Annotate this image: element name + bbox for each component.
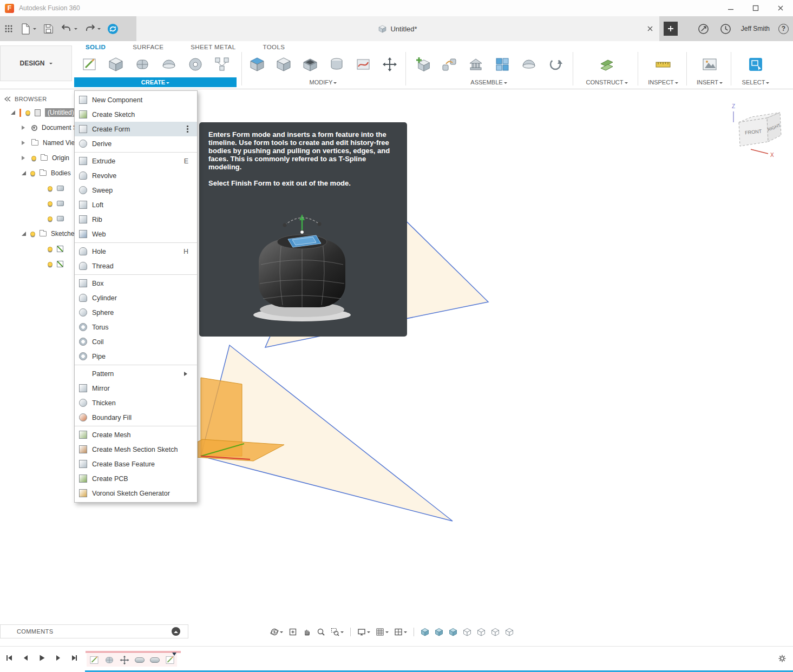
timeline-marker[interactable] xyxy=(172,653,176,658)
visibility-bulb-icon[interactable] xyxy=(30,171,35,176)
close-button[interactable] xyxy=(768,0,793,16)
collapse-arrow-icon[interactable] xyxy=(11,110,15,115)
save-button[interactable] xyxy=(41,20,55,37)
menu-item-create-mesh[interactable]: Create Mesh xyxy=(75,427,197,442)
create-form-button[interactable] xyxy=(132,54,153,75)
extensions-button[interactable] xyxy=(697,20,710,37)
expand-arrow-icon[interactable] xyxy=(22,126,27,130)
timeline-feature-body[interactable] xyxy=(149,655,160,666)
menu-item-coil[interactable]: Coil xyxy=(75,334,197,349)
file-menu-button[interactable] xyxy=(18,20,37,37)
tab-tools[interactable]: TOOLS xyxy=(253,42,294,52)
expand-arrow-icon[interactable] xyxy=(22,156,27,160)
combine-button[interactable] xyxy=(326,54,348,75)
menu-item-revolve[interactable]: Revolve xyxy=(75,168,197,183)
construct-group-label[interactable]: CONSTRUCT xyxy=(575,77,638,87)
step-forward-button[interactable] xyxy=(52,652,64,664)
menu-item-create-mesh-section-sketch[interactable]: Create Mesh Section Sketch xyxy=(75,442,197,457)
select-group-label[interactable]: SELECT xyxy=(732,77,779,87)
timeline-feature-form[interactable] xyxy=(103,655,115,666)
visibility-bulb-icon[interactable] xyxy=(48,262,53,267)
visibility-cube-7[interactable] xyxy=(504,626,515,638)
menu-item-rib[interactable]: Rib xyxy=(75,212,197,227)
menu-item-derive[interactable]: Derive xyxy=(75,136,197,151)
more-options-icon[interactable] xyxy=(187,128,188,130)
undo-button[interactable] xyxy=(59,20,78,37)
orbit-button[interactable] xyxy=(269,626,284,638)
viewports-button[interactable] xyxy=(393,626,408,638)
menu-item-pattern[interactable]: Pattern xyxy=(75,366,197,381)
play-button[interactable] xyxy=(36,652,48,664)
assemble-group-label[interactable]: ASSEMBLE xyxy=(409,77,569,87)
menu-item-create-base-feature[interactable]: Create Base Feature xyxy=(75,457,197,471)
view-cube[interactable]: FRONT RIGHT Z X xyxy=(723,96,788,162)
timeline-feature-move[interactable] xyxy=(119,655,130,666)
zoom-button[interactable] xyxy=(316,626,326,638)
visibility-cube-5[interactable] xyxy=(476,626,487,638)
tab-sheet-metal[interactable]: SHEET METAL xyxy=(181,42,245,52)
app-grid-menu-button[interactable] xyxy=(3,20,14,37)
timeline-track[interactable] xyxy=(86,651,181,667)
user-name[interactable]: Jeff Smith xyxy=(741,25,770,32)
fit-button[interactable] xyxy=(287,626,298,638)
box-button[interactable] xyxy=(105,54,127,75)
fillet-button[interactable] xyxy=(273,54,294,75)
timeline-feature-sketch[interactable] xyxy=(88,655,100,666)
as-built-joint-button[interactable] xyxy=(491,54,513,75)
menu-item-thicken[interactable]: Thicken xyxy=(75,396,197,410)
new-component-button[interactable] xyxy=(412,54,434,75)
timeline-feature-sketch-current[interactable] xyxy=(164,655,175,666)
menu-item-pipe[interactable]: Pipe xyxy=(75,349,197,364)
timeline-settings-button[interactable] xyxy=(777,653,788,664)
expand-arrow-icon[interactable] xyxy=(22,141,27,145)
menu-item-create-sketch[interactable]: Create Sketch xyxy=(75,107,197,122)
shell-button[interactable] xyxy=(299,54,321,75)
visibility-cube-4[interactable] xyxy=(462,626,473,638)
step-back-button[interactable] xyxy=(19,652,31,664)
expand-comments-button[interactable] xyxy=(172,627,180,636)
menu-item-voronoi-sketch-generator[interactable]: Voronoi Sketch Generator xyxy=(75,486,197,500)
tab-close-button[interactable] xyxy=(645,24,655,34)
skip-to-start-button[interactable] xyxy=(3,652,15,664)
maximize-button[interactable] xyxy=(743,0,768,16)
torus-button[interactable] xyxy=(185,54,206,75)
replace-face-button[interactable] xyxy=(352,54,374,75)
joint-button[interactable] xyxy=(438,54,460,75)
visibility-bulb-icon[interactable] xyxy=(31,156,36,161)
rigid-group-button[interactable] xyxy=(465,54,487,75)
menu-item-create-form[interactable]: Create Form xyxy=(75,122,197,136)
visibility-bulb-icon[interactable] xyxy=(48,186,53,191)
visibility-bulb-icon[interactable] xyxy=(48,201,53,206)
visibility-bulb-icon[interactable] xyxy=(48,247,53,252)
zoom-window-button[interactable] xyxy=(330,626,345,638)
menu-item-create-pcb[interactable]: Create PCB xyxy=(75,471,197,486)
create-group-label[interactable]: CREATE xyxy=(74,77,237,87)
modify-group-label[interactable]: MODIFY xyxy=(245,77,402,87)
visibility-cube-6[interactable] xyxy=(490,626,501,638)
derive-button[interactable] xyxy=(211,54,233,75)
select-button[interactable] xyxy=(745,54,766,75)
menu-item-thread[interactable]: Thread xyxy=(75,259,197,273)
workspace-selector[interactable]: DESIGN xyxy=(0,45,72,81)
menu-item-boundary-fill[interactable]: Boundary Fill xyxy=(75,410,197,425)
menu-item-new-component[interactable]: New Component xyxy=(75,93,197,107)
timeline-feature-body[interactable] xyxy=(134,655,145,666)
press-pull-button[interactable] xyxy=(246,54,268,75)
visibility-cube-2[interactable] xyxy=(434,626,444,638)
visibility-bulb-icon[interactable] xyxy=(48,216,53,221)
skip-to-end-button[interactable] xyxy=(68,652,80,664)
help-button[interactable]: ? xyxy=(778,24,789,34)
menu-item-box[interactable]: Box xyxy=(75,276,197,291)
collapse-arrow-icon[interactable] xyxy=(22,171,26,175)
construct-plane-button[interactable] xyxy=(596,54,618,75)
minimize-button[interactable] xyxy=(718,0,743,16)
create-sketch-button[interactable] xyxy=(78,54,100,75)
visibility-bulb-icon[interactable] xyxy=(25,110,30,115)
enable-contact-button[interactable] xyxy=(545,54,566,75)
visibility-cube-3[interactable] xyxy=(448,626,458,638)
sync-status-button[interactable] xyxy=(106,20,120,37)
measure-button[interactable] xyxy=(652,54,674,75)
tab-solid[interactable]: SOLID xyxy=(76,42,115,52)
tab-surface[interactable]: SURFACE xyxy=(123,42,173,52)
menu-item-web[interactable]: Web xyxy=(75,227,197,241)
